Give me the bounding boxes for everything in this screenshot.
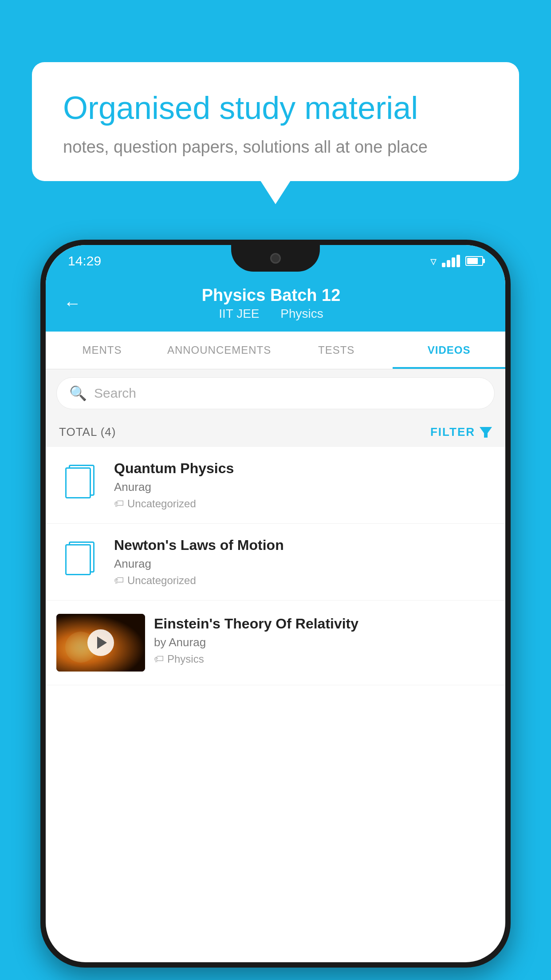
tag-label: Uncategorized [127, 574, 196, 587]
list-item[interactable]: Quantum Physics Anurag 🏷 Uncategorized [46, 447, 505, 524]
front-camera [270, 253, 281, 264]
video-title: Einstein's Theory Of Relativity [154, 616, 495, 632]
tag-label: Physics [167, 653, 204, 665]
speech-bubble-heading: Organised study material [63, 89, 488, 127]
video-title: Newton's Laws of Motion [114, 537, 495, 553]
battery-icon [465, 256, 483, 266]
tab-ments[interactable]: MENTS [46, 332, 158, 369]
back-button[interactable]: ← [63, 293, 81, 313]
speech-bubble-subtext: notes, question papers, solutions all at… [63, 138, 488, 157]
document-icon [65, 463, 96, 499]
video-icon-area [56, 537, 105, 576]
video-author: Anurag [114, 557, 495, 571]
list-item[interactable]: Newton's Laws of Motion Anurag 🏷 Uncateg… [46, 524, 505, 601]
phone-notch [231, 245, 320, 272]
video-author: Anurag [114, 480, 495, 494]
header-title-area: Physics Batch 12 IIT JEE Physics [94, 286, 448, 321]
phone-frame: 14:29 ▿ ← Physics Batch [40, 240, 511, 968]
filter-button[interactable]: FILTER [430, 425, 492, 439]
video-title: Quantum Physics [114, 460, 495, 477]
tab-announcements[interactable]: ANNOUNCEMENTS [158, 332, 280, 369]
svg-marker-0 [480, 427, 492, 438]
status-icons: ▿ [430, 254, 483, 269]
video-info: Newton's Laws of Motion Anurag 🏷 Uncateg… [114, 537, 495, 587]
play-button[interactable] [87, 629, 114, 656]
video-icon-area [56, 460, 105, 499]
play-triangle-icon [97, 636, 107, 649]
tag-icon: 🏷 [114, 498, 124, 510]
search-icon: 🔍 [69, 385, 87, 402]
video-tag: 🏷 Physics [154, 653, 495, 665]
video-thumbnail [56, 614, 145, 672]
signal-icon [442, 255, 460, 267]
tag-icon: 🏷 [114, 575, 124, 586]
video-author: by Anurag [154, 636, 495, 649]
wifi-icon: ▿ [430, 254, 437, 269]
search-container: 🔍 Search [46, 369, 505, 417]
filter-icon [480, 427, 492, 438]
tag-label: Uncategorized [127, 498, 196, 510]
search-bar[interactable]: 🔍 Search [56, 377, 495, 409]
header-subtitle-part1: IIT JEE [219, 307, 259, 320]
battery-fill [467, 258, 478, 264]
video-tag: 🏷 Uncategorized [114, 574, 495, 587]
total-count: TOTAL (4) [59, 425, 116, 439]
document-icon [65, 540, 96, 576]
tab-tests[interactable]: TESTS [280, 332, 393, 369]
tab-videos[interactable]: VIDEOS [393, 332, 505, 369]
status-time: 14:29 [68, 253, 101, 269]
header-title: Physics Batch 12 [94, 286, 448, 305]
video-list: Quantum Physics Anurag 🏷 Uncategorized [46, 447, 505, 685]
phone-screen: 14:29 ▿ ← Physics Batch [46, 245, 505, 962]
filter-bar: TOTAL (4) FILTER [46, 417, 505, 447]
list-item[interactable]: Einstein's Theory Of Relativity by Anura… [46, 601, 505, 685]
header-subtitle-part2: Physics [280, 307, 323, 320]
speech-bubble-container: Organised study material notes, question… [32, 62, 519, 181]
tabs-bar: MENTS ANNOUNCEMENTS TESTS VIDEOS [46, 332, 505, 369]
search-placeholder: Search [94, 386, 136, 401]
video-tag: 🏷 Uncategorized [114, 498, 495, 510]
doc-page2 [65, 467, 91, 498]
doc-page2 [65, 544, 91, 575]
filter-label: FILTER [430, 425, 475, 439]
speech-bubble: Organised study material notes, question… [32, 62, 519, 181]
header-subtitle: IIT JEE Physics [94, 307, 448, 321]
app-header: ← Physics Batch 12 IIT JEE Physics [46, 277, 505, 332]
video-info: Quantum Physics Anurag 🏷 Uncategorized [114, 460, 495, 510]
tag-icon: 🏷 [154, 653, 164, 665]
video-info: Einstein's Theory Of Relativity by Anura… [154, 614, 495, 665]
